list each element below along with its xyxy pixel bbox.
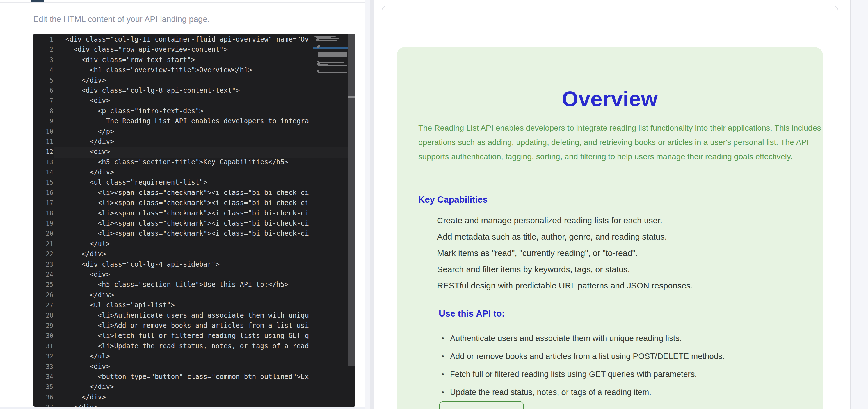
editor-instruction: Edit the HTML content of your API landin… <box>33 14 210 24</box>
use-this-api-list: •Authenticate users and associate them w… <box>438 329 814 401</box>
line-number: 27 <box>33 300 53 310</box>
code-text: <li><span class="checkmark"><i class="bi… <box>65 208 309 218</box>
code-text: <div class="row api-overview-content"> <box>65 45 228 55</box>
code-line: 37 </div> <box>33 402 313 407</box>
use-this-api-item-text: Authenticate users and associate them wi… <box>450 334 682 343</box>
code-line: 35 </div> <box>33 382 313 392</box>
code-line: 19 <li><span class="checkmark"><i class=… <box>33 218 313 228</box>
line-number: 5 <box>33 75 53 85</box>
current-line-highlight <box>54 147 347 158</box>
key-capability-item: Create and manage personalized reading l… <box>437 212 813 229</box>
minimap[interactable] <box>313 34 347 407</box>
use-this-api-title: Use this API to: <box>439 309 505 319</box>
code-line: 13 <h5 class="section-title">Key Capabil… <box>33 157 313 167</box>
line-number: 14 <box>33 167 53 177</box>
code-line: 5 </div> <box>33 75 313 85</box>
code-text: </ul> <box>65 239 110 249</box>
code-text: <div> <box>65 269 110 280</box>
line-number: 37 <box>33 402 53 407</box>
bullet-icon: • <box>441 383 444 401</box>
line-number: 6 <box>33 85 53 95</box>
code-line: 9 The Reading List API enables developer… <box>33 116 313 126</box>
line-number: 33 <box>33 361 53 372</box>
use-this-api-item-text: Add or remove books and articles from a … <box>450 352 724 361</box>
line-number: 28 <box>33 311 53 321</box>
line-number: 23 <box>33 259 53 269</box>
use-this-api-item-text: Update the read status, notes, or tags o… <box>450 388 651 397</box>
use-this-api-item: •Update the read status, notes, or tags … <box>438 383 814 401</box>
code-line: 29 <li>Add or remove books and articles … <box>33 321 313 331</box>
bullet-icon: • <box>441 365 444 383</box>
code-text: <li><span class="checkmark"><i class="bi… <box>65 198 309 208</box>
code-line: 10 </p> <box>33 126 313 137</box>
line-number: 22 <box>33 249 53 259</box>
code-text: <li><span class="checkmark"><i class="bi… <box>65 188 309 198</box>
line-number: 32 <box>33 351 53 361</box>
line-number: 4 <box>33 65 53 75</box>
line-number: 3 <box>33 55 53 65</box>
scrollbar-band <box>347 96 355 98</box>
code-line: 22 </div> <box>33 249 313 259</box>
preview-panel: Overview The Reading List API enables de… <box>374 0 850 409</box>
line-number: 24 <box>33 269 53 280</box>
code-lines[interactable]: 1<div class="col-lg-11 container-fluid a… <box>33 34 313 407</box>
code-text: </div> <box>65 392 106 402</box>
line-number: 31 <box>33 341 53 351</box>
line-number: 2 <box>33 45 53 55</box>
code-line: 26 </div> <box>33 290 313 300</box>
code-line: 23 <div class="col-lg-4 api-sidebar"> <box>33 259 313 269</box>
use-this-api-item: •Add or remove books and articles from a… <box>438 347 814 365</box>
code-text: <h1 class="overview-title">Overview</h1> <box>65 65 252 75</box>
editor-panel: Edit the HTML content of your API landin… <box>0 0 365 409</box>
line-number: 12 <box>33 147 53 157</box>
code-editor[interactable]: 1<div class="col-lg-11 container-fluid a… <box>33 34 355 407</box>
scrollbar-thumb[interactable] <box>347 34 355 366</box>
code-text: </div> <box>65 249 106 259</box>
line-number: 11 <box>33 137 53 147</box>
code-text: <div> <box>65 361 110 372</box>
line-number: 7 <box>33 95 53 106</box>
line-number: 29 <box>33 321 53 331</box>
code-line: 1<div class="col-lg-11 container-fluid a… <box>33 34 313 45</box>
code-line: 21 </ul> <box>33 239 313 249</box>
line-number: 9 <box>33 116 53 126</box>
line-number: 34 <box>33 372 53 382</box>
code-line: 31 <li>Update the read status, notes, or… <box>33 341 313 351</box>
code-line: 24 <div> <box>33 269 313 280</box>
code-line: 20 <li><span class="checkmark"><i class=… <box>33 228 313 238</box>
code-line: 2 <div class="row api-overview-content"> <box>33 45 313 55</box>
active-tab-indicator[interactable] <box>31 0 44 2</box>
use-this-api-item: •Fetch full or filtered reading lists us… <box>438 365 814 383</box>
code-line: 32 </ul> <box>33 351 313 361</box>
use-this-api-item-text: Fetch full or filtered reading lists usi… <box>450 370 697 379</box>
line-number: 8 <box>33 106 53 116</box>
line-number: 21 <box>33 239 53 249</box>
line-number: 26 <box>33 290 53 300</box>
pane-gutter <box>365 0 374 409</box>
code-text: <li><span class="checkmark"><i class="bi… <box>65 228 309 238</box>
code-line: 3 <div class="row text-start"> <box>33 55 313 65</box>
code-text: <h5 class="section-title">Key Capabiliti… <box>65 157 288 167</box>
code-text: </div> <box>65 137 114 147</box>
editor-scrollbar[interactable] <box>347 34 355 407</box>
code-line: 4 <h1 class="overview-title">Overview</h… <box>33 65 313 75</box>
code-line: 16 <li><span class="checkmark"><i class=… <box>33 188 313 198</box>
key-capabilities-title: Key Capabilities <box>418 195 488 205</box>
preview-card: Overview The Reading List API enables de… <box>382 6 838 409</box>
code-text: <h5 class="section-title">Use this API t… <box>65 280 288 290</box>
code-line: 36 </div> <box>33 392 313 402</box>
code-line: 7 <div> <box>33 95 313 106</box>
code-line: 28 <li>Authenticate users and associate … <box>33 311 313 321</box>
code-line: 14 </div> <box>33 167 313 177</box>
code-line: 27 <ul class="api-list"> <box>33 300 313 310</box>
explore-api-docs-button[interactable]: Explore API Docs <box>439 401 524 409</box>
line-number: 15 <box>33 177 53 187</box>
use-this-api-item: •Authenticate users and associate them w… <box>438 329 814 347</box>
screen: Edit the HTML content of your API landin… <box>0 0 868 409</box>
tabstrip-divider <box>0 2 365 3</box>
code-text: <li><span class="checkmark"><i class="bi… <box>65 218 309 228</box>
content-right-border <box>850 0 851 409</box>
key-capability-item: Mark items as "read", "currently reading… <box>437 245 813 261</box>
code-text: <button type="button" class="common-btn-… <box>65 372 309 382</box>
pane-scrollbar[interactable] <box>370 0 374 409</box>
